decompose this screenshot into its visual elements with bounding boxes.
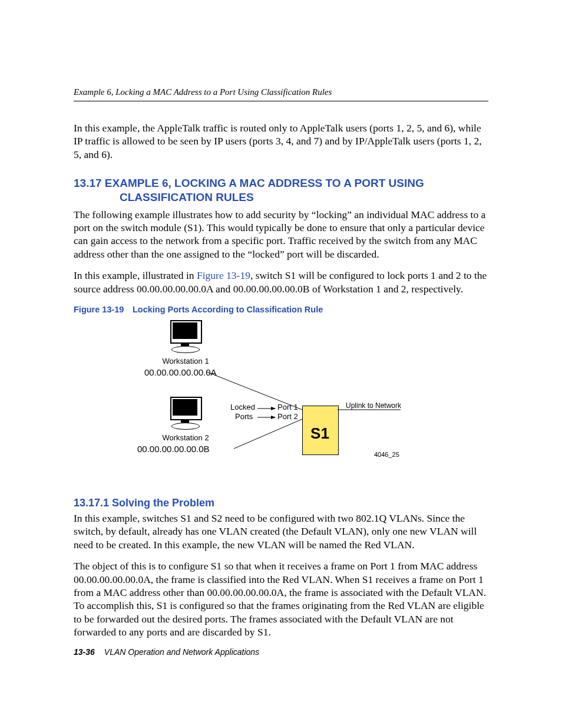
- subsection-para-1: In this example, switches S1 and S2 need…: [74, 512, 488, 551]
- svg-line-1: [234, 419, 302, 449]
- running-header: Example 6, Locking a MAC Address to a Po…: [74, 87, 488, 101]
- para2-pre: In this example, illustrated in: [74, 269, 197, 281]
- subsection-heading-13-17-1: 13.17.1 Solving the Problem: [74, 497, 488, 509]
- intro-paragraph: In this example, the AppleTalk traffic i…: [74, 121, 488, 161]
- section-para-1: The following example illustrates how to…: [74, 208, 488, 261]
- chapter-title: VLAN Operation and Network Applications: [104, 647, 259, 657]
- page-footer: 13-36VLAN Operation and Network Applicat…: [74, 647, 488, 657]
- figure-13-19: Workstation 1 00.00.00.00.00.0A Workstat…: [74, 320, 488, 485]
- figure-caption: Figure 13-19 Locking Ports According to …: [74, 305, 488, 314]
- section-heading-line2: CLASSIFICATION RULES: [74, 190, 488, 205]
- section-heading-13-17: 13.17 EXAMPLE 6, LOCKING A MAC ADDRESS T…: [74, 176, 488, 205]
- figure-connectors: [74, 320, 488, 485]
- subsection-para-2: The object of this is to configure S1 so…: [74, 559, 488, 638]
- svg-line-0: [207, 372, 302, 410]
- section-heading-line1: 13.17 EXAMPLE 6, LOCKING A MAC ADDRESS T…: [74, 177, 424, 189]
- page-number: 13-36: [74, 647, 95, 657]
- section-para-2: In this example, illustrated in Figure 1…: [74, 269, 488, 295]
- figure-reference-link[interactable]: Figure 13-19: [197, 269, 250, 281]
